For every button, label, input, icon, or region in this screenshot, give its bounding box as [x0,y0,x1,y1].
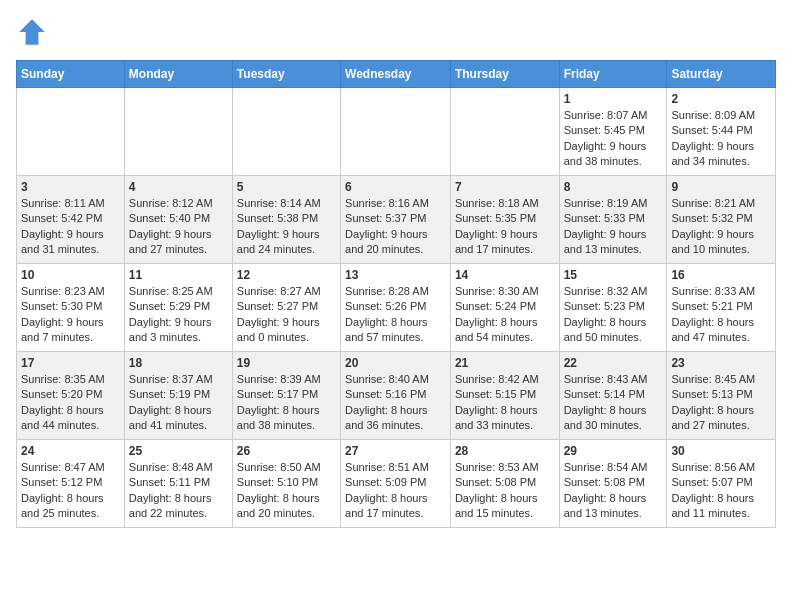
calendar-cell: 8Sunrise: 8:19 AM Sunset: 5:33 PM Daylig… [559,176,667,264]
calendar-week-row: 17Sunrise: 8:35 AM Sunset: 5:20 PM Dayli… [17,352,776,440]
day-number: 4 [129,180,228,194]
day-number: 8 [564,180,663,194]
calendar-cell: 16Sunrise: 8:33 AM Sunset: 5:21 PM Dayli… [667,264,776,352]
day-info: Sunrise: 8:16 AM Sunset: 5:37 PM Dayligh… [345,196,446,258]
calendar-cell: 10Sunrise: 8:23 AM Sunset: 5:30 PM Dayli… [17,264,125,352]
day-info: Sunrise: 8:18 AM Sunset: 5:35 PM Dayligh… [455,196,555,258]
calendar-cell: 14Sunrise: 8:30 AM Sunset: 5:24 PM Dayli… [450,264,559,352]
weekday-header: Wednesday [341,61,451,88]
day-number: 25 [129,444,228,458]
day-number: 24 [21,444,120,458]
day-info: Sunrise: 8:14 AM Sunset: 5:38 PM Dayligh… [237,196,336,258]
calendar-cell: 3Sunrise: 8:11 AM Sunset: 5:42 PM Daylig… [17,176,125,264]
calendar-cell: 24Sunrise: 8:47 AM Sunset: 5:12 PM Dayli… [17,440,125,528]
calendar-cell: 4Sunrise: 8:12 AM Sunset: 5:40 PM Daylig… [124,176,232,264]
day-number: 12 [237,268,336,282]
calendar-cell: 2Sunrise: 8:09 AM Sunset: 5:44 PM Daylig… [667,88,776,176]
day-info: Sunrise: 8:21 AM Sunset: 5:32 PM Dayligh… [671,196,771,258]
day-info: Sunrise: 8:35 AM Sunset: 5:20 PM Dayligh… [21,372,120,434]
calendar-cell [341,88,451,176]
day-number: 21 [455,356,555,370]
day-number: 26 [237,444,336,458]
day-info: Sunrise: 8:23 AM Sunset: 5:30 PM Dayligh… [21,284,120,346]
day-number: 10 [21,268,120,282]
day-number: 17 [21,356,120,370]
weekday-header: Thursday [450,61,559,88]
day-number: 23 [671,356,771,370]
weekday-header: Sunday [17,61,125,88]
day-info: Sunrise: 8:37 AM Sunset: 5:19 PM Dayligh… [129,372,228,434]
calendar-week-row: 1Sunrise: 8:07 AM Sunset: 5:45 PM Daylig… [17,88,776,176]
day-number: 3 [21,180,120,194]
day-number: 22 [564,356,663,370]
weekday-header: Saturday [667,61,776,88]
day-number: 9 [671,180,771,194]
day-number: 16 [671,268,771,282]
day-info: Sunrise: 8:48 AM Sunset: 5:11 PM Dayligh… [129,460,228,522]
weekday-header-row: SundayMondayTuesdayWednesdayThursdayFrid… [17,61,776,88]
calendar-cell: 25Sunrise: 8:48 AM Sunset: 5:11 PM Dayli… [124,440,232,528]
day-number: 27 [345,444,446,458]
day-info: Sunrise: 8:42 AM Sunset: 5:15 PM Dayligh… [455,372,555,434]
calendar-cell: 5Sunrise: 8:14 AM Sunset: 5:38 PM Daylig… [232,176,340,264]
calendar-cell: 15Sunrise: 8:32 AM Sunset: 5:23 PM Dayli… [559,264,667,352]
calendar-cell: 18Sunrise: 8:37 AM Sunset: 5:19 PM Dayli… [124,352,232,440]
header [16,16,776,48]
day-info: Sunrise: 8:25 AM Sunset: 5:29 PM Dayligh… [129,284,228,346]
day-number: 20 [345,356,446,370]
calendar-cell [124,88,232,176]
day-info: Sunrise: 8:43 AM Sunset: 5:14 PM Dayligh… [564,372,663,434]
day-number: 19 [237,356,336,370]
day-info: Sunrise: 8:53 AM Sunset: 5:08 PM Dayligh… [455,460,555,522]
calendar-cell: 6Sunrise: 8:16 AM Sunset: 5:37 PM Daylig… [341,176,451,264]
calendar-cell: 9Sunrise: 8:21 AM Sunset: 5:32 PM Daylig… [667,176,776,264]
day-info: Sunrise: 8:12 AM Sunset: 5:40 PM Dayligh… [129,196,228,258]
day-info: Sunrise: 8:54 AM Sunset: 5:08 PM Dayligh… [564,460,663,522]
calendar-cell: 1Sunrise: 8:07 AM Sunset: 5:45 PM Daylig… [559,88,667,176]
day-info: Sunrise: 8:40 AM Sunset: 5:16 PM Dayligh… [345,372,446,434]
calendar-cell: 22Sunrise: 8:43 AM Sunset: 5:14 PM Dayli… [559,352,667,440]
day-info: Sunrise: 8:51 AM Sunset: 5:09 PM Dayligh… [345,460,446,522]
day-info: Sunrise: 8:33 AM Sunset: 5:21 PM Dayligh… [671,284,771,346]
calendar-cell: 20Sunrise: 8:40 AM Sunset: 5:16 PM Dayli… [341,352,451,440]
calendar-cell [450,88,559,176]
weekday-header: Monday [124,61,232,88]
calendar-cell: 26Sunrise: 8:50 AM Sunset: 5:10 PM Dayli… [232,440,340,528]
calendar-cell: 21Sunrise: 8:42 AM Sunset: 5:15 PM Dayli… [450,352,559,440]
day-info: Sunrise: 8:28 AM Sunset: 5:26 PM Dayligh… [345,284,446,346]
day-info: Sunrise: 8:45 AM Sunset: 5:13 PM Dayligh… [671,372,771,434]
day-number: 15 [564,268,663,282]
day-info: Sunrise: 8:19 AM Sunset: 5:33 PM Dayligh… [564,196,663,258]
calendar-cell: 13Sunrise: 8:28 AM Sunset: 5:26 PM Dayli… [341,264,451,352]
calendar-week-row: 24Sunrise: 8:47 AM Sunset: 5:12 PM Dayli… [17,440,776,528]
calendar-cell: 12Sunrise: 8:27 AM Sunset: 5:27 PM Dayli… [232,264,340,352]
calendar-cell: 27Sunrise: 8:51 AM Sunset: 5:09 PM Dayli… [341,440,451,528]
day-info: Sunrise: 8:07 AM Sunset: 5:45 PM Dayligh… [564,108,663,170]
day-number: 11 [129,268,228,282]
calendar-week-row: 3Sunrise: 8:11 AM Sunset: 5:42 PM Daylig… [17,176,776,264]
calendar-cell: 7Sunrise: 8:18 AM Sunset: 5:35 PM Daylig… [450,176,559,264]
day-info: Sunrise: 8:50 AM Sunset: 5:10 PM Dayligh… [237,460,336,522]
day-info: Sunrise: 8:47 AM Sunset: 5:12 PM Dayligh… [21,460,120,522]
day-info: Sunrise: 8:39 AM Sunset: 5:17 PM Dayligh… [237,372,336,434]
calendar-cell: 30Sunrise: 8:56 AM Sunset: 5:07 PM Dayli… [667,440,776,528]
logo-icon [16,16,48,48]
calendar: SundayMondayTuesdayWednesdayThursdayFrid… [16,60,776,528]
logo [16,16,52,48]
calendar-week-row: 10Sunrise: 8:23 AM Sunset: 5:30 PM Dayli… [17,264,776,352]
calendar-cell: 11Sunrise: 8:25 AM Sunset: 5:29 PM Dayli… [124,264,232,352]
calendar-cell: 28Sunrise: 8:53 AM Sunset: 5:08 PM Dayli… [450,440,559,528]
weekday-header: Tuesday [232,61,340,88]
day-number: 7 [455,180,555,194]
svg-marker-0 [19,19,45,45]
day-number: 6 [345,180,446,194]
weekday-header: Friday [559,61,667,88]
day-number: 30 [671,444,771,458]
day-info: Sunrise: 8:30 AM Sunset: 5:24 PM Dayligh… [455,284,555,346]
calendar-cell [232,88,340,176]
calendar-cell [17,88,125,176]
day-number: 29 [564,444,663,458]
day-number: 13 [345,268,446,282]
calendar-cell: 17Sunrise: 8:35 AM Sunset: 5:20 PM Dayli… [17,352,125,440]
day-number: 2 [671,92,771,106]
